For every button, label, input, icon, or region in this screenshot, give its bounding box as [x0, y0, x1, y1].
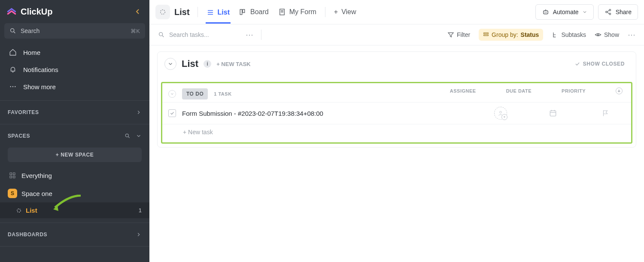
list-dot-icon — [16, 208, 21, 213]
toolbar-kebab-icon[interactable]: ⋯ — [628, 30, 635, 39]
group-by-button[interactable]: Group by: Status — [479, 29, 543, 41]
space-name: Space one — [21, 190, 52, 197]
status-pill[interactable]: TO DO — [182, 88, 208, 99]
tab-list[interactable]: List — [206, 6, 231, 24]
robot-icon — [542, 8, 550, 16]
collapse-sidebar-icon[interactable] — [134, 8, 142, 15]
breadcrumb: List — [155, 5, 190, 19]
task-search-input[interactable] — [169, 31, 238, 38]
svg-point-23 — [597, 34, 598, 35]
panel-title: List — [182, 58, 198, 69]
search-placeholder: Search — [21, 27, 39, 34]
favorites-label: FAVORITES — [8, 109, 39, 115]
sidebar-top: ClickUp — [0, 0, 149, 23]
flag-icon — [601, 109, 609, 117]
show-button[interactable]: Show — [595, 31, 619, 38]
task-count: 1 TASK — [214, 91, 231, 96]
svg-rect-25 — [550, 111, 556, 116]
add-column-icon[interactable]: + — [616, 87, 623, 94]
annotation-arrow-icon — [52, 195, 82, 211]
list-panel: List i + NEW TASK SHOW CLOSED ASSIGNEE D… — [157, 51, 636, 148]
brand-logo[interactable]: ClickUp — [6, 6, 52, 17]
assignee-cell[interactable] — [491, 107, 510, 120]
svg-point-0 — [11, 29, 14, 32]
show-label: Show — [604, 31, 619, 38]
svg-point-20 — [159, 33, 163, 36]
tab-my-form[interactable]: My Form — [277, 6, 317, 18]
search-spaces-icon[interactable] — [125, 133, 131, 139]
search-shortcut: ⌘K — [131, 28, 140, 34]
header: List List Board My Form + View — [149, 0, 644, 24]
task-name: Form Submission - #2023-02-07T19:38:34+0… — [182, 110, 323, 117]
add-task-button[interactable]: + New task — [162, 124, 631, 140]
chevron-down-icon[interactable] — [136, 133, 142, 139]
dashboards-section[interactable]: DASHBOARDS — [0, 227, 149, 242]
subtasks-label: Subtasks — [561, 31, 586, 38]
favorites-section[interactable]: FAVORITES — [0, 105, 149, 120]
svg-rect-11 — [240, 9, 242, 15]
due-date-cell[interactable] — [544, 109, 562, 117]
list-count: 1 — [139, 207, 142, 214]
page-title: List — [174, 7, 190, 17]
nav-show-more-label: Show more — [23, 83, 56, 90]
svg-rect-22 — [484, 35, 489, 36]
svg-rect-7 — [10, 176, 12, 178]
add-view[interactable]: + View — [333, 6, 357, 18]
everything-row[interactable]: Everything — [0, 166, 149, 184]
brand-name: ClickUp — [21, 7, 52, 17]
space-avatar: S — [8, 189, 17, 198]
tab-board-label: Board — [250, 8, 269, 16]
task-checkbox[interactable] — [168, 109, 176, 117]
list-header-icon[interactable] — [155, 5, 170, 19]
automate-button[interactable]: Automate — [535, 4, 594, 20]
svg-point-3 — [15, 86, 15, 87]
form-view-icon — [278, 8, 286, 16]
dashboards-label: DASHBOARDS — [8, 232, 47, 238]
col-due-date: DUE DATE — [506, 88, 532, 93]
space-tree: Everything S Space one List 1 — [0, 166, 149, 218]
nav-show-more[interactable]: Show more — [4, 78, 145, 95]
content: List i + NEW TASK SHOW CLOSED ASSIGNEE D… — [149, 45, 644, 154]
toolbar-more-icon[interactable]: ⋯ — [246, 30, 253, 39]
column-headers: ASSIGNEE DUE DATE PRIORITY + — [450, 87, 623, 94]
collapse-panel-icon[interactable] — [164, 58, 176, 70]
sidebar-nav: Home Notifications Show more — [0, 43, 149, 96]
info-icon[interactable]: i — [204, 60, 211, 68]
col-priority: PRIORITY — [562, 88, 586, 93]
subtasks-button[interactable]: Subtasks — [552, 31, 586, 38]
share-button[interactable]: Share — [598, 4, 638, 20]
show-closed-button[interactable]: SHOW CLOSED — [574, 61, 629, 67]
clickup-logo-icon — [6, 6, 17, 17]
nav-home[interactable]: Home — [4, 44, 145, 61]
list-name: List — [26, 207, 37, 214]
everything-label: Everything — [21, 172, 52, 179]
filter-button[interactable]: Filter — [447, 31, 470, 38]
svg-point-24 — [500, 111, 502, 113]
toolbar: ⋯ Filter Group by: Status Subtasks Show … — [149, 24, 644, 45]
svg-rect-12 — [243, 9, 245, 13]
spaces-section[interactable]: SPACES — [0, 129, 149, 143]
collapse-status-icon[interactable] — [168, 90, 176, 98]
task-search[interactable] — [158, 31, 238, 38]
new-task-link[interactable]: + NEW TASK — [216, 61, 251, 67]
task-row[interactable]: Form Submission - #2023-02-07T19:38:34+0… — [162, 102, 631, 124]
nav-notifications[interactable]: Notifications — [4, 61, 145, 78]
search-icon — [9, 27, 16, 34]
group-by-label: Group by: — [492, 31, 518, 38]
view-tabs: List Board My Form + View — [206, 6, 357, 18]
priority-cell[interactable] — [596, 109, 615, 117]
board-view-icon — [239, 8, 247, 16]
show-more-icon — [9, 82, 17, 91]
automate-label: Automate — [553, 9, 579, 15]
svg-point-9 — [17, 209, 21, 212]
chevron-down-icon — [582, 9, 587, 15]
new-space-button[interactable]: + NEW SPACE — [8, 148, 142, 162]
assign-user-icon — [494, 107, 507, 120]
sidebar-search[interactable]: Search ⌘K — [4, 23, 145, 39]
home-icon — [9, 48, 17, 57]
list-row[interactable]: List 1 — [0, 202, 149, 218]
tab-board[interactable]: Board — [238, 6, 270, 18]
main: List List Board My Form + View — [149, 0, 644, 262]
chevron-right-icon — [136, 232, 142, 238]
task-cells — [491, 107, 625, 120]
